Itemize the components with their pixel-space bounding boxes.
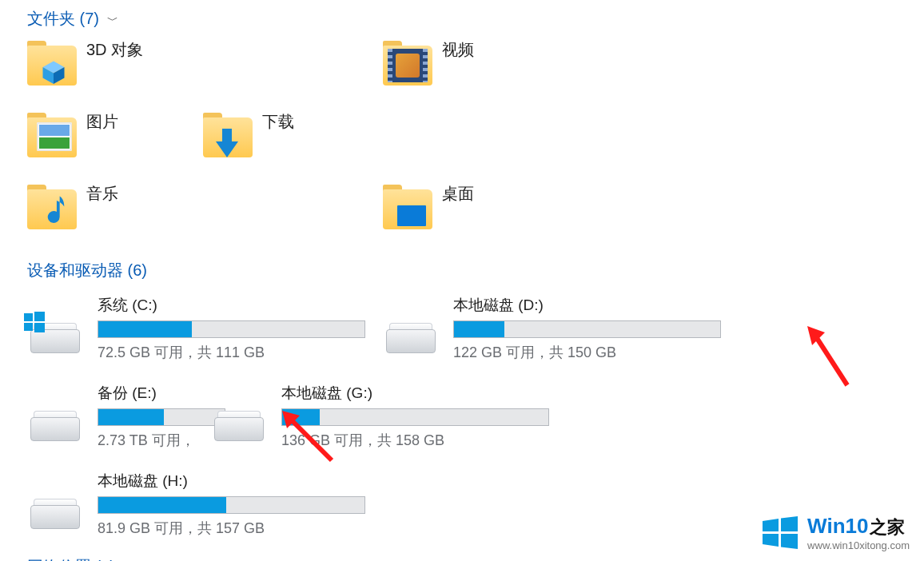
film-icon (388, 49, 428, 82)
drive-usage-text: 72.5 GB 可用，共 111 GB (98, 343, 383, 362)
drive-name: 系统 (C:) (98, 295, 383, 316)
drive-icon (27, 491, 83, 534)
cube-icon (42, 60, 66, 84)
windows-logo-icon (24, 312, 45, 332)
folder-item-3d-objects[interactable]: 3D 对象 (27, 36, 383, 108)
drive-usage-bar (98, 408, 225, 426)
svg-rect-4 (34, 312, 45, 321)
section-header-folders[interactable]: 文件夹 (7) ﹀ (0, 0, 924, 33)
folder-icon (203, 111, 253, 161)
drive-usage-bar (98, 320, 365, 338)
folder-icon (27, 111, 77, 161)
watermark-brand-suffix: 之家 (870, 515, 905, 539)
watermark: Win10 之家 www.win10xitong.com (761, 513, 910, 551)
drive-name: 本地磁盘 (D:) (453, 295, 739, 316)
folder-item-music[interactable]: 音乐 (27, 180, 383, 252)
folder-icon (383, 39, 432, 89)
arrow-down-icon (211, 127, 243, 159)
folder-label: 视频 (442, 39, 474, 61)
folder-item-downloads[interactable]: 下载 (203, 108, 559, 180)
drive-usage-text: 81.9 GB 可用，共 157 GB (98, 519, 383, 538)
svg-marker-22 (781, 534, 798, 549)
svg-rect-6 (34, 323, 45, 332)
picture-icon (37, 122, 72, 151)
music-note-icon (45, 196, 67, 228)
drive-icon (27, 315, 83, 358)
folder-item-videos[interactable]: 视频 (383, 36, 739, 108)
drive-name: 本地磁盘 (G:) (281, 383, 567, 404)
section-header-devices[interactable]: 设备和驱动器 (6) (0, 252, 924, 284)
folder-label: 3D 对象 (86, 39, 143, 61)
svg-marker-21 (763, 534, 779, 547)
drive-item-g[interactable]: 本地磁盘 (G:) 136 GB 可用，共 158 GB (211, 372, 567, 460)
watermark-brand: Win10 (807, 514, 868, 539)
folder-item-desktop[interactable]: 桌面 (383, 180, 559, 252)
drive-usage-bar (281, 408, 549, 426)
folders-grid: 3D 对象 视频 图片 下载 音乐 (0, 33, 903, 252)
drive-usage-bar (98, 496, 365, 514)
folder-icon (383, 183, 432, 233)
folder-label: 音乐 (86, 183, 118, 205)
folder-label: 图片 (86, 111, 118, 133)
drive-usage-text: 122 GB 可用，共 150 GB (453, 343, 739, 362)
watermark-url: www.win10xitong.com (807, 539, 910, 551)
svg-marker-20 (781, 516, 798, 531)
folder-item-pictures[interactable]: 图片 (27, 108, 203, 180)
drive-name: 备份 (E:) (98, 383, 211, 404)
drive-name: 本地磁盘 (H:) (98, 471, 383, 491)
svg-rect-3 (24, 313, 33, 321)
drive-icon (383, 315, 439, 358)
folder-icon (27, 39, 77, 89)
folder-label: 下载 (262, 111, 294, 133)
svg-marker-19 (763, 519, 779, 531)
drive-item-e[interactable]: 备份 (E:) 2.73 TB 可用， (27, 372, 211, 460)
drives-grid: 系统 (C:) 72.5 GB 可用，共 111 GB 本地磁盘 (D:) 12… (0, 284, 903, 548)
drive-icon (211, 403, 267, 446)
drive-item-h[interactable]: 本地磁盘 (H:) 81.9 GB 可用，共 157 GB (27, 460, 383, 548)
svg-rect-5 (24, 323, 33, 331)
section-header-devices-text: 设备和驱动器 (6) (27, 261, 147, 279)
section-header-network-text: 网络位置 (1) (27, 558, 115, 561)
section-header-folders-text: 文件夹 (7) (27, 10, 99, 27)
drive-usage-text: 2.73 TB 可用， (98, 431, 211, 450)
drive-item-d[interactable]: 本地磁盘 (D:) 122 GB 可用，共 150 GB (383, 284, 739, 372)
drive-icon (27, 403, 83, 446)
chevron-down-icon: ﹀ (107, 14, 118, 28)
folder-icon (27, 183, 77, 233)
drive-usage-bar (453, 320, 721, 338)
folder-label: 桌面 (442, 183, 474, 205)
desktop-icon (397, 205, 426, 226)
windows-logo-icon (761, 513, 799, 551)
drive-usage-text: 136 GB 可用，共 158 GB (281, 431, 567, 450)
drive-item-c[interactable]: 系统 (C:) 72.5 GB 可用，共 111 GB (27, 284, 383, 372)
